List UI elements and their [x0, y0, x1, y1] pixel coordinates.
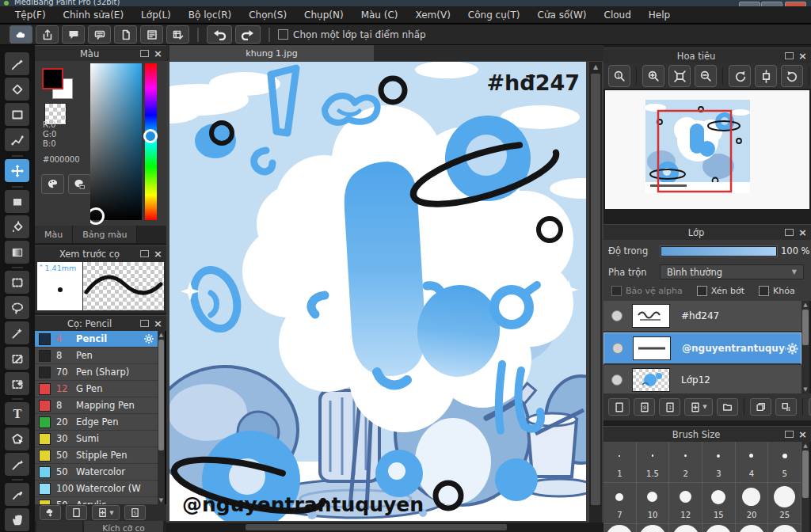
close-icon[interactable]: ×: [154, 249, 162, 259]
brush-size-cell[interactable]: [603, 524, 637, 532]
close-icon[interactable]: ×: [798, 227, 807, 238]
magic-wand-tool[interactable]: [5, 321, 29, 344]
brush-size-cell[interactable]: 20: [736, 483, 769, 524]
eyedropper-tool[interactable]: [5, 483, 29, 506]
operation-tool[interactable]: [5, 428, 29, 450]
add-8bit-layer-button[interactable]: 8: [634, 398, 655, 416]
layer-folder-button[interactable]: [717, 398, 738, 416]
navigator-view[interactable]: [605, 90, 809, 209]
divide-tool[interactable]: [5, 453, 29, 476]
add-layer-button[interactable]: [608, 398, 630, 416]
brush-size-cell[interactable]: 1: [603, 442, 637, 483]
layer-option-checkbox[interactable]: Xén bớt: [697, 286, 744, 296]
select-layer-checkbox[interactable]: Chọn một lớp tại điểm nhấp: [278, 29, 426, 40]
layer-row[interactable]: #hđ247: [603, 301, 801, 332]
brush-tool[interactable]: [5, 52, 29, 75]
brush-size-cell[interactable]: [702, 524, 736, 532]
bucket-tool[interactable]: [5, 215, 29, 238]
menu-item[interactable]: Cửa sổ(W): [529, 8, 596, 22]
brush-item[interactable]: 12 G Pen: [35, 381, 158, 397]
checkbox-box[interactable]: [278, 29, 288, 40]
canvas-image[interactable]: #hđ247 @nguyentrantuquyen: [169, 62, 586, 521]
new-brush-menu-button[interactable]: ▼: [92, 505, 120, 520]
redo-button[interactable]: [235, 25, 261, 44]
brush-size-cell[interactable]: 7: [603, 483, 637, 524]
brush-size-cell[interactable]: 2: [669, 442, 702, 483]
comment-button[interactable]: [62, 25, 85, 44]
blend-mode-dropdown[interactable]: Bình thường ▼: [660, 264, 804, 279]
popout-icon[interactable]: [140, 50, 149, 57]
color-tab[interactable]: Bảng màu: [73, 226, 137, 243]
layer-settings-icon[interactable]: [786, 342, 799, 355]
brush-size-tab[interactable]: Kích cỡ cọ: [84, 521, 163, 532]
menu-item[interactable]: Chụp(N): [295, 8, 352, 22]
menu-item[interactable]: Chọn(S): [240, 8, 295, 22]
add-1bit-layer-button[interactable]: 1: [659, 398, 680, 416]
brush-size-cell[interactable]: [736, 524, 769, 532]
brush-size-cell[interactable]: 10: [637, 483, 670, 524]
layer-visibility-toggle[interactable]: [611, 310, 623, 321]
select-eraser-tool[interactable]: [5, 372, 29, 395]
zoom-out-button[interactable]: [695, 65, 717, 87]
palette-cmy-button[interactable]: [68, 174, 91, 194]
palette-button[interactable]: [41, 174, 64, 194]
brush-size-cell[interactable]: 3: [702, 442, 736, 483]
close-icon[interactable]: ×: [154, 318, 162, 329]
canvas-tab[interactable]: khung 1.jpg: [169, 45, 374, 61]
title-bar[interactable]: MediBang Paint Pro (32bit): [0, 0, 811, 6]
brush-item[interactable]: 20 Edge Pen: [35, 414, 158, 431]
brush-size-cell[interactable]: 15: [702, 483, 736, 524]
menu-item[interactable]: Công cụ(T): [459, 8, 529, 22]
text-tool[interactable]: T: [5, 402, 29, 425]
layer-option-checkbox[interactable]: Bảo vệ alpha: [611, 286, 683, 296]
reset-rotation-button[interactable]: [755, 65, 777, 87]
brush-item[interactable]: 50 Acrylic: [35, 497, 158, 504]
foreground-color-swatch[interactable]: [42, 68, 63, 89]
brush-item[interactable]: 4 Pencil: [35, 331, 158, 348]
menu-item[interactable]: Xem(V): [407, 8, 459, 22]
brush-item[interactable]: 70 Pen (Sharp): [35, 364, 158, 381]
brush-size-cell[interactable]: 4: [736, 442, 769, 483]
zoom-in-button[interactable]: [642, 65, 664, 87]
merge-layer-button[interactable]: [775, 398, 797, 416]
hand-tool[interactable]: [5, 508, 29, 531]
popout-icon[interactable]: [785, 52, 794, 59]
brush-item[interactable]: 100 Watercolor (W: [35, 481, 158, 497]
canvas-vscrollbar[interactable]: ▲: [589, 62, 602, 522]
fill-rect-tool[interactable]: [5, 190, 29, 213]
brush-item[interactable]: 8 Mapping Pen: [35, 397, 158, 414]
menu-item[interactable]: Help: [640, 8, 679, 22]
fit-screen-button[interactable]: [668, 65, 691, 87]
layer-visibility-toggle[interactable]: [611, 374, 623, 386]
marquee-select-tool[interactable]: [5, 271, 29, 294]
menu-item[interactable]: Tệp(F): [6, 8, 55, 22]
document-button[interactable]: [114, 25, 137, 44]
brush-item[interactable]: 30 Sumi: [35, 431, 158, 447]
rotate-right-button[interactable]: [781, 65, 803, 87]
export-button[interactable]: [36, 25, 59, 44]
brush-item[interactable]: 50 Watercolor: [35, 464, 158, 481]
brush-item[interactable]: 50 Stipple Pen: [35, 447, 158, 464]
popout-icon[interactable]: [785, 431, 794, 438]
layer-option-checkbox[interactable]: Khóa: [759, 286, 795, 296]
cloud-button[interactable]: [10, 25, 32, 44]
doc-list-button[interactable]: [140, 25, 163, 44]
gradient-tool[interactable]: [5, 241, 29, 264]
brush-cloud-download-button[interactable]: [40, 505, 61, 520]
menu-item[interactable]: Lớp(L): [132, 8, 180, 22]
menu-item[interactable]: Cloud: [596, 8, 640, 22]
popout-icon[interactable]: [140, 250, 149, 257]
eraser-tool[interactable]: [5, 78, 29, 101]
brush-size-cell[interactable]: 12: [669, 483, 702, 524]
brush-size-cell[interactable]: [669, 524, 702, 532]
popout-icon[interactable]: [785, 229, 794, 236]
brush-size-cell[interactable]: [637, 524, 670, 532]
zoom-ratio-button[interactable]: 1: [608, 65, 630, 87]
opacity-slider[interactable]: [660, 245, 778, 257]
shape-tool[interactable]: [5, 103, 29, 126]
canvas-hscrollbar[interactable]: [166, 522, 603, 532]
lasso-tool[interactable]: [5, 296, 29, 319]
menu-item[interactable]: Bộ lọc(R): [180, 8, 240, 22]
brush-size-cell[interactable]: [768, 524, 801, 532]
brush-list-scrollbar[interactable]: ▲ ▼: [158, 331, 165, 504]
